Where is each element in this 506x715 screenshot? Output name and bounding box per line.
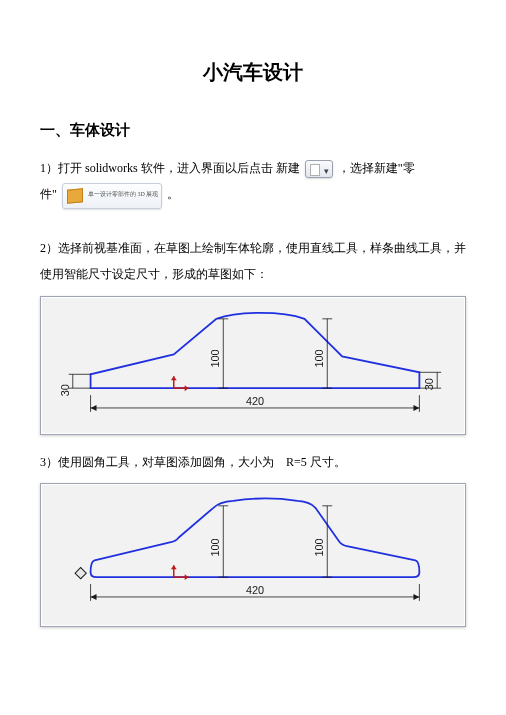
step-1-text-a: 1）打开 solidworks 软件，进入界面以后点击 新建 <box>40 161 300 175</box>
part-template-icon: 单一设计零部件的 3D 展现 <box>62 183 162 209</box>
svg-rect-22 <box>45 488 461 622</box>
dim-bottom-a: 420 <box>246 395 264 407</box>
dim-mid1-b: 100 <box>209 538 221 556</box>
sketch-svg-1: 30 30 100 100 420 <box>45 301 461 430</box>
step-1-paragraph-cont: 件" 单一设计零部件的 3D 展现 。 <box>40 181 466 208</box>
step-1-text-c: 件" <box>40 187 57 201</box>
sketch-diagram-1: 30 30 100 100 420 <box>40 296 466 435</box>
section-heading-1: 一、车体设计 <box>40 114 466 147</box>
dim-bottom-b: 420 <box>246 584 264 596</box>
sketch-diagram-2: 100 100 420 <box>40 483 466 627</box>
svg-rect-0 <box>45 301 461 430</box>
step-1-text-b: ，选择新建"零 <box>338 161 415 175</box>
dim-left-1: 30 <box>59 384 71 396</box>
document-title: 小汽车设计 <box>40 50 466 94</box>
dim-right-1: 30 <box>423 378 435 390</box>
step-3-radius: R=5 尺寸。 <box>286 455 346 469</box>
dim-mid1-a: 100 <box>209 349 221 367</box>
dim-mid2-a: 100 <box>313 349 325 367</box>
step-2-paragraph: 2）选择前视基准面，在草图上绘制车体轮廓，使用直线工具，样条曲线工具，并使用智能… <box>40 235 466 288</box>
dim-mid2-b: 100 <box>313 538 325 556</box>
step-3-paragraph: 3）使用圆角工具，对草图添加圆角，大小为 R=5 尺寸。 <box>40 449 466 475</box>
step-3-text: 3）使用圆角工具，对草图添加圆角，大小为 <box>40 455 274 469</box>
step-1-text-d: 。 <box>167 187 179 201</box>
new-document-icon <box>305 160 333 178</box>
sketch-svg-2: 100 100 420 <box>45 488 461 622</box>
step-1-paragraph: 1）打开 solidworks 软件，进入界面以后点击 新建 ，选择新建"零 <box>40 155 466 181</box>
